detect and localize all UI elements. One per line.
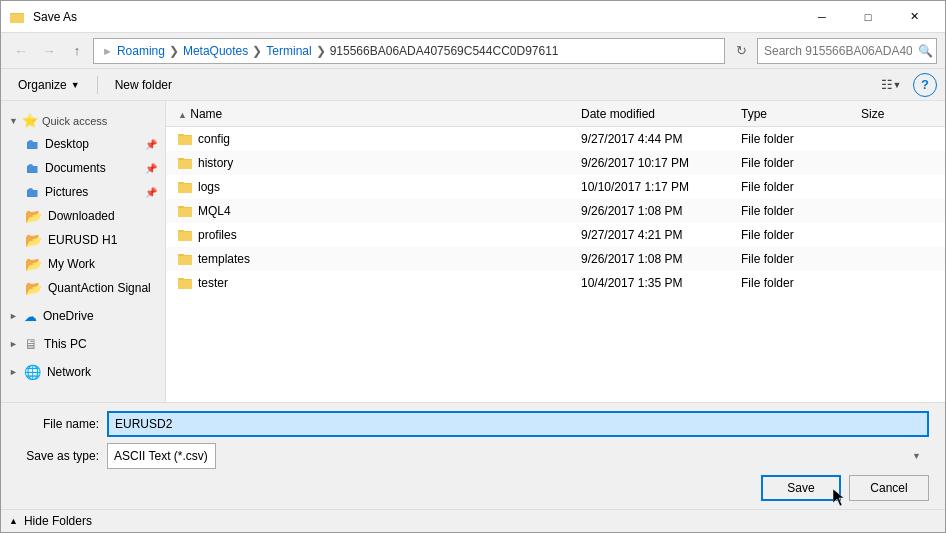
- folder-icon-3: [178, 204, 192, 218]
- sidebar-item-pictures[interactable]: 🖿 Pictures 📌: [1, 180, 165, 204]
- sidebar-item-onedrive[interactable]: ► ☁ OneDrive: [1, 304, 165, 328]
- col-size-header[interactable]: Size: [857, 107, 937, 121]
- filetype-label: Save as type:: [17, 449, 107, 463]
- filetype-select[interactable]: ASCII Text (*.csv): [107, 443, 216, 469]
- title-bar: Save As ─ □ ✕: [1, 1, 945, 33]
- onedrive-chevron-icon: ►: [9, 311, 18, 321]
- cancel-button[interactable]: Cancel: [849, 475, 929, 501]
- close-button[interactable]: ✕: [891, 1, 937, 33]
- up-button[interactable]: ↑: [65, 39, 89, 63]
- sidebar-item-mywork[interactable]: 📂 My Work: [1, 252, 165, 276]
- sidebar-item-downloaded[interactable]: 📂 Downloaded: [1, 204, 165, 228]
- buttons-row: Save Cancel: [17, 475, 929, 501]
- save-button-wrap: Save: [761, 475, 841, 501]
- sidebar-item-desktop[interactable]: 🖿 Desktop 📌: [1, 132, 165, 156]
- breadcrumb-metaquotes[interactable]: MetaQuotes: [183, 44, 248, 58]
- filename-input[interactable]: [107, 411, 929, 437]
- minimize-button[interactable]: ─: [799, 1, 845, 33]
- file-rows: config 9/27/2017 4:44 PM File folder his…: [166, 127, 945, 295]
- file-cell-date-1: 9/26/2017 10:17 PM: [577, 156, 737, 170]
- svg-rect-22: [178, 278, 184, 280]
- breadcrumb-terminal[interactable]: Terminal: [266, 44, 311, 58]
- file-type-4: File folder: [741, 228, 794, 242]
- file-type-3: File folder: [741, 204, 794, 218]
- file-row-0[interactable]: config 9/27/2017 4:44 PM File folder: [166, 127, 945, 151]
- col-date-label: Date modified: [581, 107, 655, 121]
- breadcrumb-current: 915566BA06ADA407569C544CC0D97611: [330, 44, 559, 58]
- view-button[interactable]: ☷ ▼: [877, 73, 905, 97]
- refresh-button[interactable]: ↻: [729, 39, 753, 63]
- onedrive-cloud-icon: ☁: [24, 309, 37, 324]
- title-icon: [9, 9, 25, 25]
- cancel-label: Cancel: [870, 481, 907, 495]
- file-cell-date-5: 9/26/2017 1:08 PM: [577, 252, 737, 266]
- organize-label: Organize: [18, 78, 67, 92]
- breadcrumb-roaming[interactable]: Roaming: [117, 44, 165, 58]
- organize-button[interactable]: Organize ▼: [9, 73, 89, 97]
- svg-rect-19: [178, 254, 184, 256]
- file-name-6: tester: [198, 276, 228, 290]
- forward-button[interactable]: →: [37, 39, 61, 63]
- new-folder-button[interactable]: New folder: [106, 73, 181, 97]
- col-date-header[interactable]: Date modified: [577, 107, 737, 121]
- file-cell-name-4: profiles: [174, 228, 577, 242]
- search-button[interactable]: 🔍: [918, 44, 933, 58]
- view-icon: ☷: [881, 77, 893, 92]
- new-folder-label: New folder: [115, 78, 172, 92]
- sidebar-item-quantaction-label: QuantAction Signal: [48, 281, 151, 295]
- file-row-6[interactable]: tester 10/4/2017 1:35 PM File folder: [166, 271, 945, 295]
- file-row-5[interactable]: templates 9/26/2017 1:08 PM File folder: [166, 247, 945, 271]
- quick-access-chevron-icon: ▼: [9, 116, 18, 126]
- thispc-chevron-icon: ►: [9, 339, 18, 349]
- maximize-button[interactable]: □: [845, 1, 891, 33]
- file-row-4[interactable]: profiles 9/27/2017 4:21 PM File folder: [166, 223, 945, 247]
- file-cell-name-6: tester: [174, 276, 577, 290]
- file-cell-name-5: templates: [174, 252, 577, 266]
- folder-icon-6: [178, 276, 192, 290]
- thispc-section: ► 🖥 This PC: [1, 332, 165, 356]
- back-button[interactable]: ←: [9, 39, 33, 63]
- save-button[interactable]: Save: [761, 475, 841, 501]
- svg-rect-23: [178, 280, 192, 289]
- col-name-header[interactable]: ▲ Name: [174, 107, 577, 121]
- file-date-4: 9/27/2017 4:21 PM: [581, 228, 682, 242]
- file-name-5: templates: [198, 252, 250, 266]
- sidebar-item-mywork-label: My Work: [48, 257, 95, 271]
- file-date-6: 10/4/2017 1:35 PM: [581, 276, 682, 290]
- help-button[interactable]: ?: [913, 73, 937, 97]
- svg-rect-8: [178, 160, 192, 169]
- sidebar-onedrive-label: OneDrive: [43, 309, 94, 323]
- col-type-header[interactable]: Type: [737, 107, 857, 121]
- svg-rect-13: [178, 206, 184, 208]
- file-row-3[interactable]: MQL4 9/26/2017 1:08 PM File folder: [166, 199, 945, 223]
- svg-rect-4: [178, 134, 184, 136]
- mywork-folder-icon: 📂: [25, 256, 42, 272]
- search-input[interactable]: [757, 38, 937, 64]
- sidebar-item-quantaction[interactable]: 📂 QuantAction Signal: [1, 276, 165, 300]
- sidebar-item-network[interactable]: ► 🌐 Network: [1, 360, 165, 384]
- file-row-2[interactable]: logs 10/10/2017 1:17 PM File folder: [166, 175, 945, 199]
- quick-access-icon: ⭐: [22, 113, 38, 128]
- toolbar: Organize ▼ New folder ☷ ▼ ?: [1, 69, 945, 101]
- filetype-select-wrap: ASCII Text (*.csv): [107, 443, 929, 469]
- sidebar: ▼ ⭐ Quick access 🖿 Desktop 📌 🖿 Documents…: [1, 101, 166, 402]
- sidebar-item-documents[interactable]: 🖿 Documents 📌: [1, 156, 165, 180]
- file-type-0: File folder: [741, 132, 794, 146]
- file-cell-type-3: File folder: [737, 204, 857, 218]
- file-cell-date-4: 9/27/2017 4:21 PM: [577, 228, 737, 242]
- sidebar-item-desktop-label: Desktop: [45, 137, 89, 151]
- quick-access-header[interactable]: ▼ ⭐ Quick access: [1, 109, 165, 132]
- hide-folders-label: Hide Folders: [24, 514, 92, 528]
- svg-rect-11: [178, 184, 192, 193]
- file-cell-type-1: File folder: [737, 156, 857, 170]
- hide-folders-row[interactable]: ▲ Hide Folders: [1, 509, 945, 532]
- file-list-container: ▲ Name Date modified Type Size: [166, 101, 945, 402]
- file-name-2: logs: [198, 180, 220, 194]
- sidebar-item-eurusd-label: EURUSD H1: [48, 233, 117, 247]
- sidebar-item-eurusd[interactable]: 📂 EURUSD H1: [1, 228, 165, 252]
- file-cell-date-0: 9/27/2017 4:44 PM: [577, 132, 737, 146]
- sidebar-item-thispc[interactable]: ► 🖥 This PC: [1, 332, 165, 356]
- file-row-1[interactable]: history 9/26/2017 10:17 PM File folder: [166, 151, 945, 175]
- file-date-0: 9/27/2017 4:44 PM: [581, 132, 682, 146]
- svg-rect-10: [178, 182, 184, 184]
